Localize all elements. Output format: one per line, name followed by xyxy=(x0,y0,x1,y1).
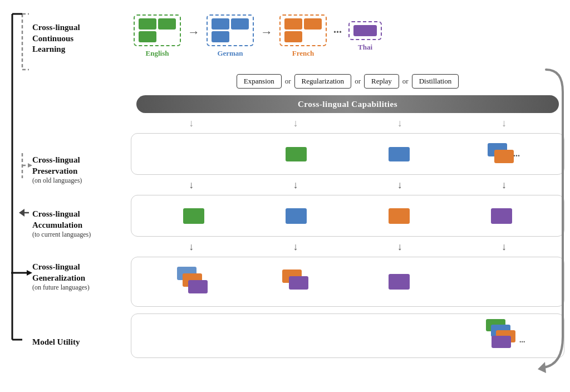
language-row: English → German → xyxy=(131,6,564,67)
generalization-subtitle: (on future languages) xyxy=(32,283,90,292)
util-ellipsis: ... xyxy=(519,336,525,345)
util-purple xyxy=(492,336,511,348)
french-label: French xyxy=(292,49,314,58)
utility-section: ... xyxy=(131,313,564,358)
english-border-box xyxy=(134,14,181,46)
gen-purple-3 xyxy=(389,274,410,290)
french-block-1 xyxy=(284,18,302,30)
pres-blue xyxy=(389,147,410,161)
preservation-blocks: ... xyxy=(140,143,556,165)
label-generalization: Cross-lingualGeneralization (on future l… xyxy=(32,262,90,292)
label-continuous-learning: Cross-lingualContinuousLearning xyxy=(32,22,80,55)
thai-border-box xyxy=(348,21,382,40)
arrow-1: → xyxy=(188,25,200,40)
gen-purple-2 xyxy=(289,276,308,290)
lang-group-german: German xyxy=(207,14,254,58)
label-accumulation: Cross-lingualAccumulation (to current la… xyxy=(32,209,91,239)
arrows-to-preservation: ↓ ↓ ↓ ↓ xyxy=(131,117,564,129)
french-block-3 xyxy=(284,31,302,42)
pres-col-2 xyxy=(245,147,347,161)
bracket-svg xyxy=(6,6,128,390)
pres-ellipsis: ... xyxy=(513,149,520,159)
continuous-learning-title: Cross-lingualContinuousLearning xyxy=(32,22,80,55)
arrow-down-1: ↓ xyxy=(189,117,194,129)
curved-arrow-container xyxy=(535,64,566,373)
acc-col-2 xyxy=(245,208,347,224)
capabilities-bar: Cross-lingual Capabilities xyxy=(136,95,559,113)
or-3: or xyxy=(399,77,412,86)
french-block-2 xyxy=(304,18,322,30)
arrow-down-acc-1: ↓ xyxy=(189,179,194,191)
acc-col-1 xyxy=(142,208,245,224)
arrow-down-4: ↓ xyxy=(502,117,507,129)
thai-block-1 xyxy=(353,25,377,36)
english-block-3 xyxy=(139,31,156,42)
accumulation-subtitle: (to current languages) xyxy=(32,231,91,239)
german-block-1 xyxy=(212,18,229,30)
or-2: or xyxy=(351,77,364,86)
pres-green xyxy=(286,147,307,161)
utility-blocks: ... xyxy=(140,319,556,352)
preservation-subtitle: (on old languages) xyxy=(32,177,82,185)
gen-col-3 xyxy=(348,274,450,290)
technique-regularization: Regularization xyxy=(294,74,352,89)
acc-blue xyxy=(286,208,307,224)
arrow-down-3: ↓ xyxy=(397,117,402,129)
preservation-section: ... xyxy=(131,133,564,175)
svg-marker-5 xyxy=(28,163,32,168)
english-block-1 xyxy=(139,18,156,30)
svg-marker-6 xyxy=(19,209,24,217)
label-preservation: Cross-lingualPreservation (on old langua… xyxy=(32,155,82,185)
pres-orange xyxy=(494,150,514,163)
main-container: Cross-lingualContinuousLearning Cross-li… xyxy=(0,0,570,392)
arrow-down-gen-2: ↓ xyxy=(293,241,298,253)
gen-col-1 xyxy=(142,267,245,297)
arrows-to-accumulation: ↓ ↓ ↓ ↓ xyxy=(131,179,564,190)
german-border-box xyxy=(207,14,254,46)
german-label: German xyxy=(217,49,243,58)
arrow-down-gen-4: ↓ xyxy=(502,241,507,253)
techniques-row: Expansion or Regularization or Replay or… xyxy=(131,71,564,91)
arrow-down-acc-2: ↓ xyxy=(293,179,298,191)
arrow-down-gen-1: ↓ xyxy=(189,241,194,253)
lang-group-french: French xyxy=(279,14,327,58)
arrow-down-gen-3: ↓ xyxy=(397,241,402,253)
arrow-down-acc-3: ↓ xyxy=(397,179,402,191)
german-block-3 xyxy=(212,31,229,42)
gen-purple-1 xyxy=(188,280,208,293)
lang-group-thai: Thai xyxy=(348,21,382,52)
generalization-title: Cross-lingualGeneralization xyxy=(32,262,90,283)
ellipsis-1: ··· xyxy=(333,26,342,38)
arrow-2: → xyxy=(261,25,273,40)
generalization-blocks xyxy=(140,267,556,297)
arrow-down-2: ↓ xyxy=(293,117,298,129)
svg-marker-13 xyxy=(538,362,546,373)
lang-group-english: English xyxy=(134,14,181,58)
technique-distillation: Distillation xyxy=(412,74,459,89)
english-block-2 xyxy=(158,18,176,30)
french-border-box xyxy=(279,14,327,46)
accumulation-section xyxy=(131,195,564,237)
technique-replay: Replay xyxy=(364,74,399,89)
arrows-to-generalization: ↓ ↓ ↓ ↓ xyxy=(131,241,564,252)
german-block-2 xyxy=(231,18,249,30)
capabilities-text: Cross-lingual Capabilities xyxy=(298,100,397,109)
label-utility: Model Utility xyxy=(32,337,80,348)
accumulation-title: Cross-lingualAccumulation xyxy=(32,209,91,231)
left-labels: Cross-lingualContinuousLearning Cross-li… xyxy=(6,6,128,386)
svg-marker-9 xyxy=(27,270,32,276)
preservation-title: Cross-lingualPreservation xyxy=(32,155,82,177)
acc-green xyxy=(183,208,204,224)
acc-purple xyxy=(491,208,512,224)
technique-expansion: Expansion xyxy=(237,74,282,89)
english-label: English xyxy=(146,49,169,58)
acc-orange xyxy=(389,208,410,224)
or-1: or xyxy=(282,77,294,86)
gen-col-2 xyxy=(245,270,347,295)
utility-title: Model Utility xyxy=(32,337,80,348)
pres-col-3 xyxy=(348,147,450,161)
curved-arrow-svg xyxy=(535,64,566,373)
generalization-section xyxy=(131,257,564,307)
arrow-down-acc-4: ↓ xyxy=(502,179,507,191)
thai-label: Thai xyxy=(358,43,372,52)
